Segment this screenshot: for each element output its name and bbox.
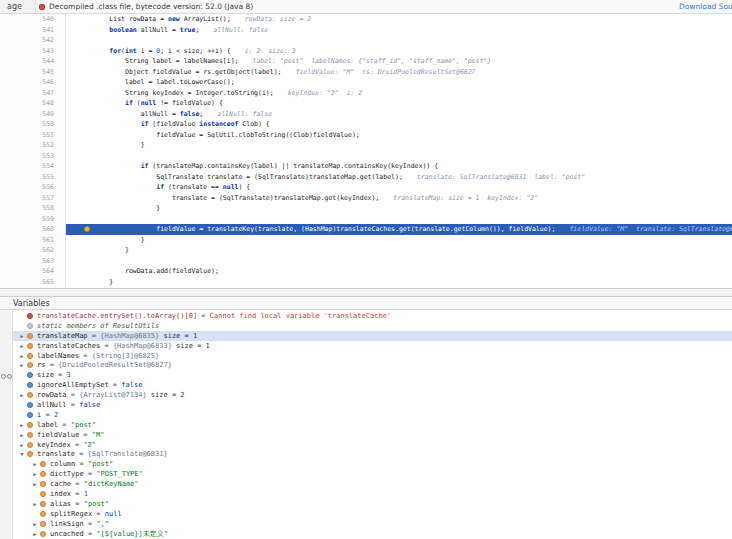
chevron-right-icon[interactable]: ▶: [17, 333, 27, 339]
line-number[interactable]: 559: [0, 214, 57, 225]
code-line[interactable]: 549 allNull = false;allNull: false: [0, 109, 732, 120]
code-text: }: [66, 140, 732, 151]
code-line[interactable]: 542: [0, 35, 732, 46]
chevron-right-icon[interactable]: ▶: [30, 481, 40, 487]
variable-row[interactable]: ▶column = "post": [13, 459, 732, 469]
chevron-right-icon[interactable]: ▶: [30, 461, 40, 467]
code-line[interactable]: 544 String label = labelNames[i];label: …: [0, 56, 732, 67]
line-number[interactable]: 565: [0, 277, 57, 288]
chevron-right-icon[interactable]: ▶: [17, 442, 27, 448]
code-line[interactable]: 554 if (translateMap.containsKey(label) …: [0, 161, 732, 172]
debugger-watch-icon[interactable]: [1, 374, 12, 379]
variable-row[interactable]: static members of ResultUtils: [13, 321, 732, 331]
execution-point-icon: [84, 226, 90, 232]
chevron-down-icon[interactable]: ▼: [17, 451, 27, 457]
variable-row[interactable]: translateCache.entrySet().toArray()[0] =…: [13, 311, 732, 321]
variable-row[interactable]: ▶labelNames = {String[3]@6825}: [13, 351, 732, 361]
variable-row[interactable]: size = 3: [13, 370, 732, 380]
line-number[interactable]: 543: [0, 46, 57, 57]
variable-row[interactable]: ▶dictType = "POST_TYPE": [13, 469, 732, 479]
variables-tree[interactable]: translateCache.entrySet().toArray()[0] =…: [13, 310, 732, 539]
variable-row[interactable]: ignoreAllEmptySet = false: [13, 380, 732, 390]
code-line[interactable]: 543 for(int i = 0; i < size; ++i) {i: 2 …: [0, 46, 732, 57]
variable-row[interactable]: ▶linkSign = ",": [13, 519, 732, 529]
line-number[interactable]: 562: [0, 245, 57, 256]
variable-row[interactable]: ▶alias = "post": [13, 499, 732, 509]
chevron-right-icon[interactable]: ▶: [17, 362, 27, 368]
line-number[interactable]: 540: [0, 14, 57, 25]
variable-row[interactable]: ▼translate = {SqlTranslate@6831}: [13, 449, 732, 459]
variable-row[interactable]: ▶label = "post": [13, 420, 732, 430]
line-number[interactable]: 557: [0, 193, 57, 204]
line-number[interactable]: 545: [0, 67, 57, 78]
line-number[interactable]: 541: [0, 25, 57, 36]
chevron-right-icon[interactable]: ▶: [17, 392, 27, 398]
code-line[interactable]: 555 SqlTranslate translate = (SqlTransla…: [0, 172, 732, 183]
code-line[interactable]: 565 }: [0, 277, 732, 288]
line-number[interactable]: 544: [0, 56, 57, 67]
variable-row[interactable]: allNull = false: [13, 400, 732, 410]
variable-row[interactable]: i = 2: [13, 410, 732, 420]
chevron-right-icon[interactable]: ▶: [30, 531, 40, 537]
line-number[interactable]: 554: [0, 161, 57, 172]
code-line[interactable]: 563: [0, 256, 732, 267]
line-number[interactable]: 550: [0, 119, 57, 130]
code-line[interactable]: 550 if (fieldValue instanceof Clob) {: [0, 119, 732, 130]
line-number[interactable]: 552: [0, 140, 57, 151]
line-number[interactable]: 556: [0, 182, 57, 193]
line-number[interactable]: 555: [0, 172, 57, 183]
chevron-right-icon[interactable]: ▶: [17, 343, 27, 349]
chevron-right-icon[interactable]: ▶: [17, 432, 27, 438]
code-line[interactable]: 547 String keyIndex = Integer.toString(i…: [0, 88, 732, 99]
code-line[interactable]: 541 boolean allNull = true;allNull: fals…: [0, 25, 732, 36]
panel-splitter[interactable]: [0, 288, 732, 297]
variable-row[interactable]: ▶translateMap = {HashMap@6835} size = 1: [13, 331, 732, 341]
chevron-right-icon[interactable]: ▶: [30, 501, 40, 507]
line-number[interactable]: 551: [0, 130, 57, 141]
variable-row[interactable]: ▶keyIndex = "2": [13, 440, 732, 450]
code-line[interactable]: 548 if (null != fieldValue) {: [0, 98, 732, 109]
code-text: if (fieldValue instanceof Clob) {: [66, 119, 732, 130]
code-line[interactable]: 562 }: [0, 245, 732, 256]
variable-row[interactable]: ▶translateCaches = {HashMap@6833} size =…: [13, 341, 732, 351]
variable-row[interactable]: ▶cache = "dictKeyName": [13, 479, 732, 489]
code-line[interactable]: 557 translate = (SqlTranslate)translateM…: [0, 193, 732, 204]
chevron-right-icon[interactable]: ▶: [30, 471, 40, 477]
download-sources-link[interactable]: Download Sources: [679, 2, 732, 11]
line-number[interactable]: 542: [0, 35, 57, 46]
variable-row[interactable]: ▶fieldValue = "M": [13, 430, 732, 440]
chevron-right-icon[interactable]: ▶: [17, 422, 27, 428]
variable-row[interactable]: ▶uncached = "[${value}]未定义": [13, 529, 732, 539]
code-line[interactable]: 551 fieldValue = SqlUtil.clobToString((C…: [0, 130, 732, 141]
line-number[interactable]: 549: [0, 109, 57, 120]
prim-icon: [27, 372, 33, 378]
line-number[interactable]: 547: [0, 88, 57, 99]
line-number[interactable]: 563: [0, 256, 57, 267]
code-line[interactable]: 545 Object fieldValue = rs.getObject(lab…: [0, 67, 732, 78]
variable-row[interactable]: index = 1: [13, 489, 732, 499]
chevron-right-icon[interactable]: ▶: [30, 521, 40, 527]
code-line[interactable]: 561 }: [0, 235, 732, 246]
variable-row[interactable]: ▶rowData = {ArrayList@7134} size = 2: [13, 390, 732, 400]
code-text: allNull = false;allNull: false: [66, 109, 732, 120]
code-line[interactable]: 540 List rowData = new ArrayList();rowDa…: [0, 14, 732, 25]
line-number[interactable]: 546: [0, 77, 57, 88]
line-number[interactable]: 553: [0, 151, 57, 162]
code-line[interactable]: 559: [0, 214, 732, 225]
code-editor[interactable]: 540 List rowData = new ArrayList();rowDa…: [0, 14, 732, 288]
code-line[interactable]: 553: [0, 151, 732, 162]
code-line[interactable]: 552 }: [0, 140, 732, 151]
code-line[interactable]: 556 if (translate == null) {: [0, 182, 732, 193]
code-line-current[interactable]: 560 fieldValue = translateKey(translate,…: [0, 224, 732, 235]
line-number[interactable]: 564: [0, 266, 57, 277]
code-line[interactable]: 564 rowData.add(fieldValue);: [0, 266, 732, 277]
line-number[interactable]: 561: [0, 235, 57, 246]
code-line[interactable]: 558 }: [0, 203, 732, 214]
line-number[interactable]: 548: [0, 98, 57, 109]
variable-row[interactable]: ▶rs = {DruidPooledResultSet@6827}: [13, 360, 732, 370]
variable-row[interactable]: splitRegex = null: [13, 509, 732, 519]
chevron-right-icon[interactable]: ▶: [17, 353, 27, 359]
line-number[interactable]: 560: [0, 224, 57, 235]
code-line[interactable]: 546 label = label.toLowerCase();: [0, 77, 732, 88]
line-number[interactable]: 558: [0, 203, 57, 214]
